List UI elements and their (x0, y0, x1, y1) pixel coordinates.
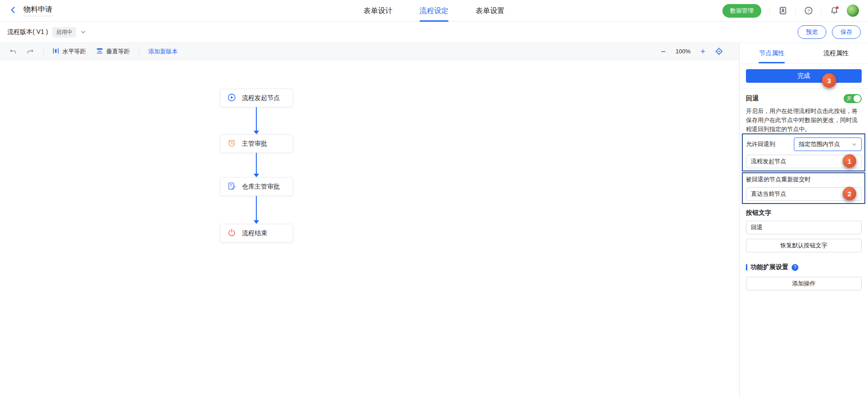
power-icon (228, 229, 236, 238)
chevron-down-icon (852, 192, 857, 197)
distribute-vertical-label: 垂直等距 (106, 47, 130, 56)
divider (821, 7, 821, 14)
locate-icon[interactable] (715, 47, 723, 55)
distribute-horizontal-button[interactable]: 水平等距 (53, 47, 86, 56)
chevron-left-icon (9, 6, 17, 16)
flow-connector (256, 107, 257, 131)
panel-body: 完成 回退 开 开启后，用户在处理流程时点击此按钮，将保存用户在此节点中对数据的… (740, 64, 868, 290)
allow-rollback-label: 允许回退到 (746, 140, 775, 148)
toggle-on-label: 开 (847, 95, 852, 102)
flow-connector (256, 196, 257, 221)
resubmit-value: 直达当前节点 (751, 190, 786, 198)
chevron-down-icon (852, 159, 857, 164)
save-button[interactable]: 保存 (832, 25, 861, 39)
redo-icon[interactable] (27, 48, 34, 55)
app-header: 物料申请 表单设计 流程设定 表单设置 数据管理 ? (0, 0, 868, 22)
rollback-description: 开启后，用户在处理流程时点击此按钮，将保存用户在此节点中对数据的更改，同时流程退… (746, 107, 862, 134)
done-button[interactable]: 完成 (746, 69, 862, 83)
tab-form-setup[interactable]: 表单设置 (476, 0, 505, 22)
data-manage-button[interactable]: 数据管理 (722, 4, 761, 18)
flow-connector (256, 153, 257, 174)
zoom-in-icon[interactable]: + (700, 47, 705, 56)
play-circle-icon (228, 94, 236, 103)
version-label: 流程版本( V1 ) (7, 28, 48, 36)
distribute-horizontal-label: 水平等距 (62, 47, 86, 56)
flow-editor: 水平等距 垂直等距 添加新版本 − 100% + (0, 43, 739, 398)
flow-node-manager-approval[interactable]: 主管审批 (220, 134, 293, 153)
button-text-label: 按钮文字 (746, 209, 862, 217)
divider (740, 88, 868, 89)
header-right: 数据管理 ? (722, 4, 859, 18)
preview-button[interactable]: 预览 (797, 25, 826, 39)
rollback-node-select[interactable]: 流程发起节点 (746, 155, 862, 168)
chevron-down-icon (852, 142, 857, 147)
help-circle-icon[interactable]: ? (792, 264, 798, 271)
svg-text:?: ? (807, 8, 810, 13)
flow-node-start[interactable]: 流程发起节点 (220, 89, 293, 107)
rollback-range-select[interactable]: 指定范围内节点 (794, 137, 862, 151)
tab-node-properties[interactable]: 节点属性 (740, 43, 804, 63)
main: 水平等距 垂直等距 添加新版本 − 100% + (0, 43, 868, 398)
rollback-node-value: 流程发起节点 (751, 157, 786, 166)
tab-flow-setting[interactable]: 流程设定 (420, 0, 448, 22)
panel-tabs: 节点属性 流程属性 (740, 43, 868, 64)
flow-node-label: 仓库主管审批 (242, 183, 280, 191)
page-title: 物料申请 (24, 5, 52, 16)
distribute-horizontal-icon (53, 48, 59, 55)
flow-node-label: 流程结束 (242, 229, 267, 237)
zoom-out-icon[interactable]: − (661, 47, 666, 56)
divider (795, 7, 796, 14)
avatar[interactable] (847, 5, 859, 17)
notification-dot (836, 6, 839, 9)
section-bar (746, 264, 747, 270)
button-text-input[interactable] (746, 221, 862, 234)
toggle-knob (854, 95, 861, 102)
rollback-header: 回退 开 (746, 94, 862, 103)
alarm-clock-icon (228, 139, 236, 148)
bell-icon[interactable] (830, 6, 839, 15)
resubmit-select[interactable]: 直达当前节点 (746, 187, 862, 201)
version-bar: 流程版本( V1 ) 启用中 预览 保存 (0, 22, 868, 43)
flow-node-end[interactable]: 流程结束 (220, 224, 293, 242)
allow-rollback-row: 允许回退到 指定范围内节点 (746, 137, 862, 151)
add-action-button[interactable]: 添加操作 (746, 277, 862, 290)
undo-icon[interactable] (9, 48, 17, 55)
arrow-down-icon (254, 174, 259, 177)
properties-panel: 节点属性 流程属性 完成 回退 开 开启后，用户在处理流程时点击此按钮，将保存用… (739, 43, 868, 398)
address-book-icon[interactable] (778, 6, 787, 15)
header-tabs: 表单设计 流程设定 表单设置 (363, 0, 505, 22)
divider (769, 7, 770, 14)
zoom-level: 100% (675, 48, 690, 55)
flow-canvas[interactable]: 流程发起节点 主管审批 仓库主管审批 (0, 60, 739, 398)
rollback-range-value: 指定范围内节点 (799, 140, 840, 148)
tab-flow-properties[interactable]: 流程属性 (804, 43, 868, 63)
divider (139, 48, 139, 55)
version-actions: 预览 保存 (797, 25, 861, 39)
distribute-vertical-button[interactable]: 垂直等距 (97, 47, 130, 56)
flow-toolbar: 水平等距 垂直等距 添加新版本 − 100% + (0, 43, 739, 60)
arrow-down-icon (254, 220, 259, 224)
add-version-button[interactable]: 添加新版本 (148, 47, 178, 56)
tab-form-design[interactable]: 表单设计 (363, 0, 392, 22)
help-icon[interactable]: ? (804, 6, 813, 15)
flow-node-warehouse-approval[interactable]: 仓库主管审批 (220, 177, 293, 196)
zoom-controls: − 100% + (661, 47, 730, 56)
extension-title: 功能扩展设置 (750, 263, 788, 271)
extension-header: 功能扩展设置 ? (746, 263, 862, 271)
chevron-down-icon[interactable] (80, 29, 86, 35)
document-edit-icon (228, 182, 236, 191)
resubmit-label: 被回退的节点重新提交时 (746, 175, 862, 184)
flow-node-label: 流程发起节点 (242, 94, 280, 102)
divider (43, 48, 44, 55)
distribute-vertical-icon (97, 48, 103, 55)
flow-node-label: 主管审批 (242, 140, 267, 148)
rollback-toggle[interactable]: 开 (844, 94, 862, 103)
arrow-down-icon (254, 131, 259, 134)
status-badge: 启用中 (52, 27, 76, 38)
rollback-title: 回退 (746, 95, 759, 103)
back-button[interactable] (9, 6, 17, 16)
restore-default-button[interactable]: 恢复默认按钮文字 (746, 239, 862, 252)
